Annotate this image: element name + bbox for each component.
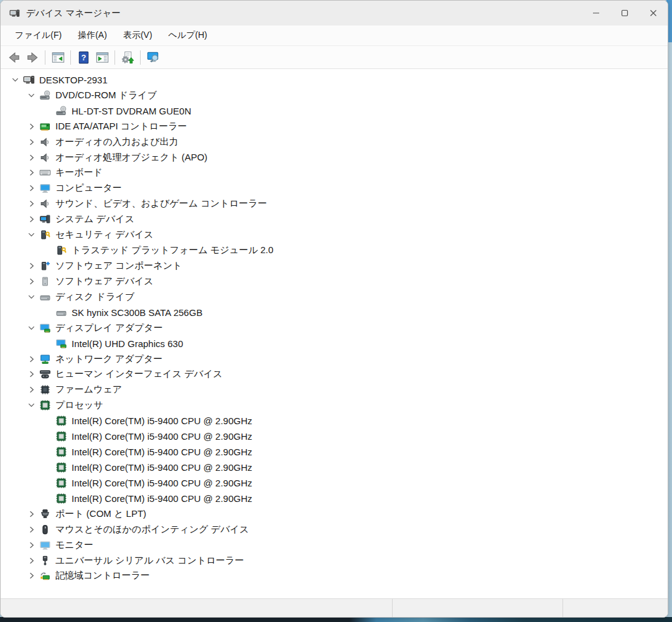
chevron-right-icon[interactable] xyxy=(23,524,39,535)
close-button[interactable] xyxy=(639,1,668,26)
speaker-icon xyxy=(39,136,51,148)
network-adapter-icon xyxy=(39,353,51,365)
tree-item[interactable]: ファームウェア xyxy=(1,382,668,397)
menu-item-help[interactable]: ヘルプ(H) xyxy=(161,27,215,44)
tree-item-label: Intel(R) Core(TM) i5-9400 CPU @ 2.90GHz xyxy=(72,447,252,457)
minimize-button[interactable] xyxy=(582,1,610,26)
show-hide-action-pane-button[interactable] xyxy=(93,49,111,66)
scan-hardware-changes-button[interactable] xyxy=(144,49,162,66)
chevron-right-icon[interactable] xyxy=(23,555,39,566)
chevron-right-icon[interactable] xyxy=(23,152,39,163)
chevron-right-icon[interactable] xyxy=(23,136,39,147)
forward-button[interactable] xyxy=(23,49,42,66)
chevron-right-icon[interactable] xyxy=(23,276,39,287)
chevron-right-icon[interactable] xyxy=(23,384,39,396)
chevron-right-icon[interactable] xyxy=(23,508,39,519)
display-adapter-icon xyxy=(39,322,51,334)
chevron-right-icon xyxy=(27,137,36,147)
chevron-right-icon[interactable] xyxy=(23,121,39,132)
tree-item[interactable]: ポート (COM と LPT) xyxy=(1,506,668,522)
tree-item[interactable]: ソフトウェア コンポーネント xyxy=(1,258,668,274)
tree-item[interactable]: オーディオ処理オブジェクト (APO) xyxy=(1,150,668,165)
tree-item[interactable]: キーボード xyxy=(1,165,668,181)
menu-item-action[interactable]: 操作(A) xyxy=(70,27,115,44)
menu-item-file[interactable]: ファイル(F) xyxy=(7,27,70,44)
tree-item[interactable]: Intel(R) Core(TM) i5-9400 CPU @ 2.90GHz xyxy=(1,413,668,429)
tree-item[interactable]: ディスプレイ アダプター xyxy=(1,320,668,336)
security-key-icon xyxy=(55,244,67,256)
tree-item[interactable]: オーディオの入力および出力 xyxy=(1,134,668,150)
tree-item[interactable]: Intel(R) Core(TM) i5-9400 CPU @ 2.90GHz xyxy=(1,444,668,460)
chevron-down-icon xyxy=(27,292,36,302)
help-button[interactable] xyxy=(74,49,93,66)
tree-item[interactable]: ネットワーク アダプター xyxy=(1,351,668,367)
tree-item[interactable]: DVD/CD-ROM ドライブ xyxy=(1,88,668,103)
maximize-button[interactable] xyxy=(610,1,639,26)
chevron-right-icon[interactable] xyxy=(23,214,39,225)
chevron-right-icon xyxy=(27,215,36,224)
tree-item[interactable]: DESKTOP-2931 xyxy=(1,72,668,88)
device-manager-app-icon xyxy=(9,8,20,19)
chevron-down-icon[interactable] xyxy=(23,400,39,411)
tree-item[interactable]: ユニバーサル シリアル バス コントローラー xyxy=(1,553,668,569)
tree-item-label: Intel(R) Core(TM) i5-9400 CPU @ 2.90GHz xyxy=(72,415,252,426)
chevron-right-icon xyxy=(27,199,36,208)
tree-item[interactable]: IDE ATA/ATAPI コントローラー xyxy=(1,119,668,134)
tree-item[interactable]: Intel(R) Core(TM) i5-9400 CPU @ 2.90GHz xyxy=(1,475,668,491)
tree-item[interactable]: Intel(R) Core(TM) i5-9400 CPU @ 2.90GHz xyxy=(1,429,668,444)
chevron-right-icon[interactable] xyxy=(23,570,39,582)
tree-item[interactable]: 記憶域コントローラー xyxy=(1,569,668,584)
tree-item[interactable]: Intel(R) Core(TM) i5-9400 CPU @ 2.90GHz xyxy=(1,460,668,475)
keyboard-icon xyxy=(39,167,51,179)
update-driver-button[interactable] xyxy=(118,49,137,66)
monitor-icon xyxy=(39,539,51,551)
chevron-right-icon[interactable] xyxy=(23,261,39,272)
chevron-down-icon[interactable] xyxy=(23,90,39,101)
tree-item[interactable]: セキュリティ デバイス xyxy=(1,227,668,243)
chevron-down-icon[interactable] xyxy=(23,291,39,302)
tree-item[interactable]: HL-DT-ST DVDRAM GUE0N xyxy=(1,103,668,119)
tree-item[interactable]: トラステッド プラットフォーム モジュール 2.0 xyxy=(1,243,668,258)
chevron-down-icon[interactable] xyxy=(23,322,39,333)
tree-item[interactable]: マウスとそのほかのポインティング デバイス xyxy=(1,522,668,537)
menu-item-view[interactable]: 表示(V) xyxy=(115,27,161,44)
chevron-slot-empty xyxy=(39,477,55,488)
tree-item[interactable]: モニター xyxy=(1,537,668,553)
tree-item[interactable]: Intel(R) Core(TM) i5-9400 CPU @ 2.90GHz xyxy=(1,491,668,506)
chevron-down-icon xyxy=(27,91,36,100)
chevron-right-icon xyxy=(27,153,36,162)
chevron-down-icon[interactable] xyxy=(23,230,39,241)
tree-item[interactable]: SK hynix SC300B SATA 256GB xyxy=(1,305,668,320)
show-hide-console-tree-button[interactable] xyxy=(49,49,67,66)
device-tree[interactable]: DESKTOP-2931DVD/CD-ROM ドライブHL-DT-ST DVDR… xyxy=(1,69,668,598)
chevron-right-icon[interactable] xyxy=(23,353,39,364)
back-button[interactable] xyxy=(4,49,23,66)
chevron-down-icon xyxy=(27,323,36,333)
processor-chip-icon xyxy=(55,446,67,458)
tree-item[interactable]: コンピューター xyxy=(1,180,668,196)
chevron-down-icon xyxy=(27,230,36,239)
disk-drive-icon xyxy=(39,291,51,303)
tree-item[interactable]: ディスク ドライブ xyxy=(1,289,668,305)
serial-port-icon xyxy=(39,508,51,520)
tree-item[interactable]: ヒューマン インターフェイス デバイス xyxy=(1,367,668,383)
tree-item[interactable]: Intel(R) UHD Graphics 630 xyxy=(1,336,668,351)
tree-item[interactable]: ソフトウェア デバイス xyxy=(1,274,668,289)
update-driver-icon xyxy=(121,50,135,65)
processor-chip-icon xyxy=(55,430,67,442)
chevron-right-icon[interactable] xyxy=(23,183,39,194)
dvd-drive-icon xyxy=(55,105,67,117)
chevron-right-icon[interactable] xyxy=(23,539,39,550)
tree-item-label: Intel(R) UHD Graphics 630 xyxy=(72,338,183,349)
title-bar[interactable]: デバイス マネージャー xyxy=(1,1,668,26)
menu-bar: ファイル(F)操作(A)表示(V)ヘルプ(H) xyxy=(1,26,668,46)
hid-icon xyxy=(39,368,51,380)
tree-item-label: システム デバイス xyxy=(55,213,134,225)
tree-item[interactable]: サウンド、ビデオ、およびゲーム コントローラー xyxy=(1,196,668,211)
tree-item[interactable]: システム デバイス xyxy=(1,211,668,227)
tree-item[interactable]: プロセッサ xyxy=(1,397,668,413)
chevron-right-icon[interactable] xyxy=(23,369,39,380)
chevron-down-icon[interactable] xyxy=(7,74,23,85)
chevron-right-icon[interactable] xyxy=(23,198,39,210)
chevron-right-icon[interactable] xyxy=(23,167,39,179)
